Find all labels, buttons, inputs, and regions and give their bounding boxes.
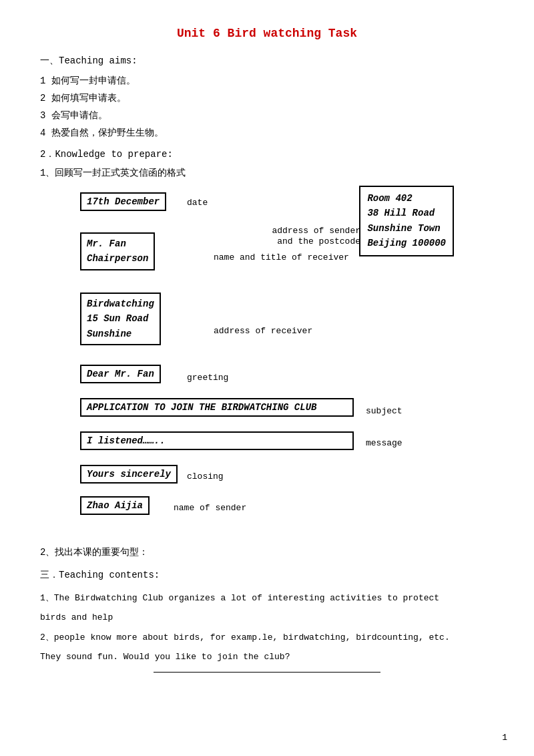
page-number: 1 bbox=[502, 733, 507, 743]
closing-label: closing bbox=[187, 471, 224, 482]
item-1: 1 如何写一封申请信。 bbox=[40, 75, 494, 87]
receiver-address-box: Birdwatching 15 Sun Road Sunshine bbox=[80, 293, 161, 345]
knowledge-sub: 1、回顾写一封正式英文信函的格式 bbox=[40, 167, 494, 179]
sender-address-line2: 38 Hill Road bbox=[367, 206, 446, 220]
receiver-name-box: Mr. Fan Chairperson bbox=[80, 232, 155, 270]
content-3: 2、people know more about birds, for exam… bbox=[40, 630, 494, 645]
item-3: 3 会写申请信。 bbox=[40, 110, 494, 122]
message-label: message bbox=[366, 438, 403, 448]
receiver-addr-line1: Birdwatching bbox=[87, 297, 154, 311]
page-title: Unit 6 Bird watching Task bbox=[40, 27, 494, 40]
item-4: 4 热爱自然，保护野生生物。 bbox=[40, 127, 494, 139]
receiver-name-line1: Mr. Fan bbox=[87, 236, 148, 251]
sender-address-line1: Room 402 bbox=[367, 191, 446, 206]
section-3-header: 三．Teaching contents: bbox=[40, 569, 494, 581]
content-1: 1、The Birdwatching Club organizes a lot … bbox=[40, 590, 494, 606]
greeting-box: Dear Mr. Fan bbox=[80, 365, 161, 383]
subject-box: APPLICATION TO JOIN THE BIRDWATCHING CLU… bbox=[80, 398, 354, 417]
closing-box: Yours sincerely bbox=[80, 465, 178, 484]
greeting-label: greeting bbox=[187, 373, 228, 383]
section-2: 2、找出本课的重要句型： bbox=[40, 546, 494, 558]
subject-label: subject bbox=[366, 406, 403, 416]
item-2: 2 如何填写申请表。 bbox=[40, 92, 494, 104]
section-2-header: 2、找出本课的重要句型： bbox=[40, 546, 494, 558]
sender-address-label1: address of sender bbox=[272, 226, 360, 236]
sender-name-box: Zhao Aijia bbox=[80, 496, 150, 515]
sender-address-box: Room 402 38 Hill Road Sunshine Town Beij… bbox=[359, 186, 454, 256]
knowledge-section: 2．Knowledge to prepare: 1、回顾写一封正式英文信函的格式 bbox=[40, 148, 494, 179]
divider-line bbox=[154, 672, 380, 673]
receiver-address-label: address of receiver bbox=[214, 326, 312, 336]
content-4: They sound fun. Would you like to join t… bbox=[40, 649, 494, 665]
receiver-addr-line3: Sunshine bbox=[87, 327, 154, 341]
receiver-name-line2: Chairperson bbox=[87, 251, 148, 266]
receiver-addr-line2: 15 Sun Road bbox=[87, 311, 154, 326]
section-3: 三．Teaching contents: bbox=[40, 569, 494, 581]
date-label: date bbox=[187, 198, 208, 208]
knowledge-header: 2．Knowledge to prepare: bbox=[40, 148, 494, 160]
date-box: 17th December bbox=[80, 192, 166, 211]
sender-name-label: name of sender bbox=[174, 503, 246, 513]
teaching-aims-header: 一、Teaching aims: bbox=[40, 55, 494, 67]
sender-address-label2: and the postcode bbox=[277, 236, 360, 246]
message-box: I listened…….. bbox=[80, 431, 354, 450]
receiver-name-label: name and title of receiver bbox=[214, 252, 349, 262]
sender-address-line4: Beijing 100000 bbox=[367, 236, 446, 250]
content-2: birds and help bbox=[40, 610, 494, 625]
sender-address-line3: Sunshine Town bbox=[367, 221, 446, 236]
letter-diagram: 17th December date Room 402 38 Hill Road… bbox=[40, 186, 494, 533]
